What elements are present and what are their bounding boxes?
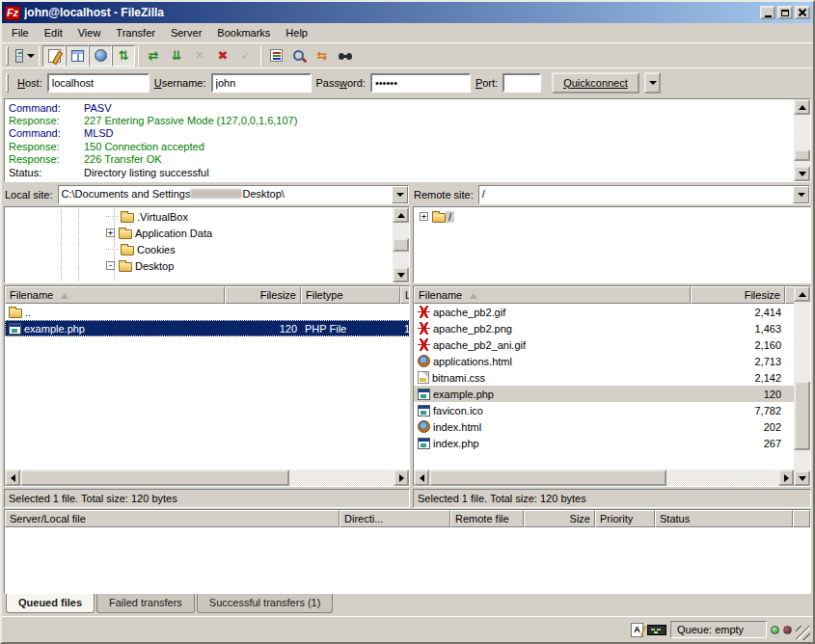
sync-browsing-button[interactable] (311, 45, 334, 67)
column-header-filename[interactable]: Filename (5, 286, 225, 304)
tree-item-cookies[interactable]: Cookies (6, 241, 392, 257)
scroll-right-button[interactable] (778, 470, 794, 486)
toggle-message-log-button[interactable] (42, 45, 66, 67)
local-directory-tree: .VirtualBox+Application DataCookies-Desk… (6, 208, 392, 282)
tree-expander-minus-icon[interactable]: - (106, 261, 115, 270)
menu-file[interactable]: File (4, 25, 37, 40)
file-row-bitnami-css[interactable]: bitnami.css2,142 (414, 369, 794, 386)
password-input[interactable] (370, 73, 471, 93)
remote-horizontal-scrollbar[interactable] (414, 470, 794, 486)
column-header-status[interactable]: Status (655, 510, 793, 527)
file-row-applications-html[interactable]: applications.html2,713 (414, 353, 794, 369)
remote-vertical-scrollbar[interactable] (794, 286, 810, 486)
data-type-icon[interactable]: A (631, 623, 643, 637)
log-line-text: 150 Connection accepted (84, 141, 204, 152)
toggle-remote-tree-button[interactable] (89, 45, 112, 67)
menu-transfer[interactable]: Transfer (108, 25, 163, 40)
port-input[interactable] (503, 73, 541, 93)
column-header-filetype[interactable]: Filetype (301, 286, 400, 304)
tree-item-application-data[interactable]: +Application Data (6, 225, 392, 241)
column-header-last-modified[interactable]: Last modified (400, 286, 410, 304)
dropdown-arrow-icon[interactable] (27, 54, 35, 62)
resize-grip[interactable] (796, 626, 810, 640)
local-path-dropdown-button[interactable] (392, 186, 408, 203)
quickconnect-grip[interactable] (6, 73, 9, 93)
remote-path-value[interactable]: / (479, 186, 793, 203)
local-path-value[interactable]: C:\Documents and SettingsDesktop\ (59, 186, 392, 203)
column-header-filesize[interactable]: Filesize (225, 286, 301, 304)
scroll-thumb[interactable] (393, 238, 409, 252)
file-row-example-php[interactable]: example.php120PHP File1 (5, 320, 409, 336)
scroll-left-button[interactable] (414, 470, 429, 486)
disconnect-button[interactable] (211, 45, 234, 67)
column-header-directi[interactable]: Directi... (340, 510, 450, 527)
username-input[interactable] (211, 73, 312, 93)
tab-queued-files[interactable]: Queued files (6, 594, 95, 613)
menu-view[interactable]: View (70, 25, 109, 40)
minimize-button[interactable] (760, 6, 775, 19)
message-log-scrollbar[interactable] (794, 99, 810, 181)
scroll-up-button[interactable] (794, 286, 810, 302)
file-row-example-php[interactable]: example.php120 (414, 386, 794, 402)
toolbar-separator (138, 46, 139, 66)
file-row-apache-pb2-ani-gif[interactable]: apache_pb2_ani.gif2,160 (414, 336, 794, 353)
quickconnect-button[interactable]: Quickconnect (552, 72, 639, 94)
toggle-local-tree-button[interactable] (66, 45, 89, 67)
quickconnect-dropdown-button[interactable] (644, 72, 661, 94)
menu-bookmarks[interactable]: Bookmarks (209, 25, 278, 40)
scroll-up-button[interactable] (794, 99, 810, 115)
menu-server[interactable]: Server (163, 25, 209, 40)
cell-filename: apache_pb2.gif (414, 306, 691, 318)
site-manager-button[interactable] (13, 45, 36, 67)
scroll-down-button[interactable] (794, 166, 810, 181)
scroll-left-button[interactable] (5, 470, 20, 486)
scroll-up-button[interactable] (393, 207, 409, 223)
scroll-down-button[interactable] (393, 267, 409, 282)
column-header-priority[interactable]: Priority (595, 510, 655, 527)
compare-button[interactable] (287, 45, 311, 67)
scroll-thumb[interactable] (794, 381, 810, 450)
tab-successful-transfers-1[interactable]: Successful transfers (1) (197, 594, 334, 613)
refresh-button[interactable] (142, 45, 165, 67)
filter-button[interactable] (264, 45, 287, 67)
local-horizontal-scrollbar[interactable] (5, 470, 409, 486)
remote-site-bar: Remote site: / (413, 184, 811, 205)
tree-expander-plus-icon[interactable]: + (420, 212, 428, 221)
scroll-thumb[interactable] (794, 149, 810, 161)
file-row-root[interactable]: .. (5, 304, 409, 320)
maximize-button[interactable] (777, 6, 793, 19)
tree-item-root[interactable]: +/ (415, 208, 809, 225)
remote-path-dropdown-button[interactable] (793, 186, 809, 203)
column-header-server-local-file[interactable]: Server/Local file (5, 510, 340, 527)
scroll-thumb[interactable] (429, 470, 666, 486)
menu-help[interactable]: Help (278, 25, 315, 40)
tree-expander-plus-icon[interactable]: + (106, 228, 115, 237)
file-row-apache-pb2-png[interactable]: apache_pb2.png1,463 (414, 320, 794, 336)
scroll-down-button[interactable] (794, 470, 810, 486)
remote-path-combobox[interactable]: / (478, 185, 810, 204)
speed-limit-icon[interactable] (647, 625, 666, 635)
scroll-thumb[interactable] (20, 470, 289, 486)
column-header-filename[interactable]: Filename (414, 286, 691, 304)
toolbar-grip[interactable] (6, 46, 9, 66)
column-header-remote-file[interactable]: Remote file (450, 510, 524, 527)
file-row-favicon-ico[interactable]: favicon.ico7,782 (414, 402, 794, 418)
file-row-apache-pb2-gif[interactable]: apache_pb2.gif2,414 (414, 304, 794, 320)
process-queue-button[interactable] (165, 45, 188, 67)
local-path-combobox[interactable]: C:\Documents and SettingsDesktop\ (58, 185, 409, 204)
menu-edit[interactable]: Edit (37, 25, 70, 40)
toggle-local-tree-icon (71, 50, 84, 62)
file-row-index-php[interactable]: index.php267 (414, 435, 794, 451)
find-files-button[interactable] (334, 45, 357, 67)
close-button[interactable] (795, 6, 810, 19)
tree-item-desktop[interactable]: -Desktop (6, 257, 392, 274)
tab-failed-transfers[interactable]: Failed transfers (96, 594, 195, 613)
scroll-right-button[interactable] (394, 470, 409, 486)
local-tree-scrollbar[interactable] (393, 207, 409, 282)
column-header-size[interactable]: Size (524, 510, 595, 527)
toggle-transfer-queue-button[interactable] (112, 45, 135, 67)
host-input[interactable] (47, 73, 149, 93)
tree-item-virtualbox[interactable]: .VirtualBox (6, 208, 392, 225)
column-header-filesize[interactable]: Filesize (691, 286, 785, 304)
file-row-index-html[interactable]: index.html202 (414, 418, 794, 435)
